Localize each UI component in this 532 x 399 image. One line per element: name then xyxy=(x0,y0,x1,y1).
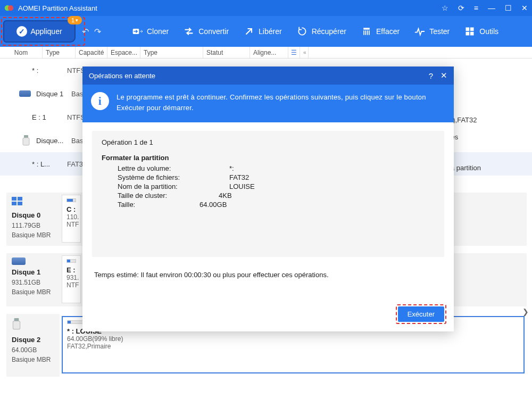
clone-button[interactable]: Cloner xyxy=(132,26,169,37)
check-circle-icon: ✓ xyxy=(16,26,27,37)
svg-rect-11 xyxy=(18,197,22,201)
dialog-banner: i Le programme est prêt à continuer. Con… xyxy=(82,85,454,122)
svg-rect-12 xyxy=(12,202,16,205)
hdd-icon xyxy=(19,89,33,98)
undo-icon[interactable]: ↶ xyxy=(82,27,89,37)
chevron-right-icon[interactable]: ❯ xyxy=(522,307,529,316)
free-icon xyxy=(244,26,254,37)
svg-rect-5 xyxy=(470,28,474,31)
col-capacite[interactable]: Capacité xyxy=(76,47,107,58)
dialog-titlebar: Opérations en attente ? ✕ xyxy=(82,66,454,85)
tools-button[interactable]: Outils xyxy=(464,26,498,37)
clone-icon xyxy=(132,26,143,37)
apply-label: Appliquer xyxy=(30,27,62,36)
close-icon[interactable]: ✕ xyxy=(521,4,528,12)
minimize-icon[interactable]: — xyxy=(488,4,495,12)
dialog-title: Opérations en attente xyxy=(89,72,421,80)
col-nom[interactable]: Nom xyxy=(0,47,43,58)
view-list-icon[interactable]: ☰ xyxy=(288,47,300,58)
pending-badge[interactable]: 1▾ xyxy=(68,16,82,24)
svg-rect-13 xyxy=(18,202,22,205)
redo-icon[interactable]: ↷ xyxy=(94,27,101,37)
test-icon xyxy=(414,26,425,37)
svg-rect-9 xyxy=(23,138,29,145)
svg-rect-14 xyxy=(14,318,19,321)
app-logo-icon xyxy=(4,3,14,13)
hdd-icon xyxy=(12,257,56,265)
erase-icon xyxy=(361,26,372,37)
col-statut[interactable]: Statut xyxy=(203,47,250,58)
recover-button[interactable]: Récupérer xyxy=(297,26,346,37)
convert-button[interactable]: Convertir xyxy=(184,26,229,37)
operation-details: Lettre du volume:*: Système de fichiers:… xyxy=(118,164,255,209)
svg-rect-15 xyxy=(13,321,20,329)
svg-rect-8 xyxy=(24,135,28,138)
recover-icon xyxy=(297,26,307,37)
maximize-icon[interactable]: ☐ xyxy=(505,4,512,12)
svg-rect-3 xyxy=(363,28,370,29)
col-aligne[interactable]: Aligne... xyxy=(250,47,288,58)
svg-rect-6 xyxy=(466,32,470,36)
toolbar: ✓ Appliquer 1▾ ↶ ↷ Cloner Convertir Libé… xyxy=(0,16,532,47)
app-title: AOMEI Partition Assistant xyxy=(18,4,442,12)
operation-title: Formater la partition xyxy=(102,154,435,162)
svg-rect-7 xyxy=(470,32,474,36)
free-button[interactable]: Libérer xyxy=(244,26,282,37)
svg-rect-4 xyxy=(466,28,470,31)
menu-icon[interactable]: ≡ xyxy=(474,4,478,12)
col-type[interactable]: Type xyxy=(43,47,76,58)
apply-button[interactable]: ✓ Appliquer xyxy=(3,20,76,43)
collapse-icon[interactable]: « xyxy=(300,47,309,58)
test-button[interactable]: Tester xyxy=(414,26,450,37)
pending-operations-dialog: Opérations en attente ? ✕ i Le programme… xyxy=(82,66,454,331)
usb-icon xyxy=(12,318,56,332)
tools-icon xyxy=(464,26,475,37)
refresh-icon[interactable]: ⟳ xyxy=(458,4,464,12)
col-type2[interactable]: Type xyxy=(140,47,203,58)
estimated-time: Temps estimé: Il faut environ 00:00:30 o… xyxy=(94,271,442,279)
convert-icon xyxy=(184,26,194,37)
titlebar: AOMEI Partition Assistant ☆ ⟳ ≡ — ☐ ✕ xyxy=(0,0,532,16)
operation-box: Opération 1 de 1 Formater la partition L… xyxy=(92,131,444,257)
star-icon[interactable]: ☆ xyxy=(442,4,448,12)
execute-button[interactable]: Exécuter xyxy=(398,306,444,322)
dialog-close-icon[interactable]: ✕ xyxy=(440,71,447,80)
dialog-banner-text: Le programme est prêt à continuer. Confi… xyxy=(117,92,445,113)
help-icon[interactable]: ? xyxy=(429,71,433,80)
grid-icon xyxy=(12,197,56,208)
column-header: Nom Type Capacité Espace... Type Statut … xyxy=(0,47,532,59)
svg-rect-10 xyxy=(12,197,16,201)
svg-point-1 xyxy=(8,5,14,11)
erase-button[interactable]: Effacer xyxy=(361,26,400,37)
info-icon: i xyxy=(91,92,109,110)
operation-count: Opération 1 de 1 xyxy=(102,138,435,146)
usb-icon xyxy=(19,136,33,145)
col-espace[interactable]: Espace... xyxy=(107,47,140,58)
